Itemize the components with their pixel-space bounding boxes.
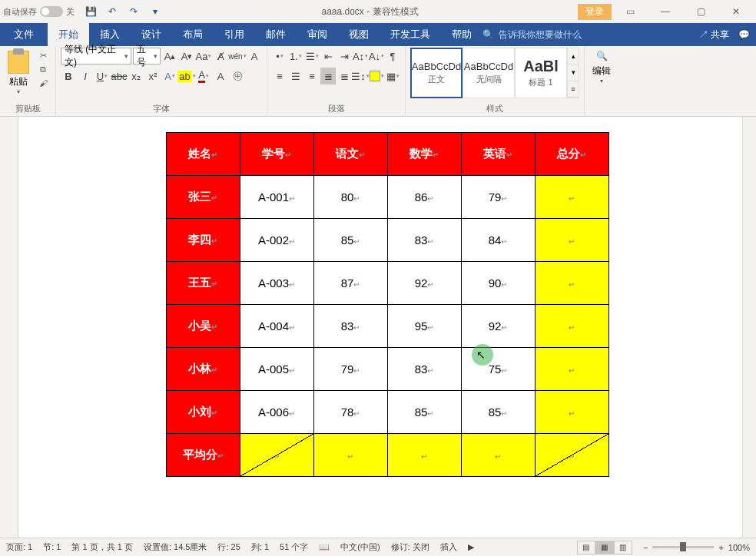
total-cell[interactable]: ↵ [535,348,608,391]
undo-icon[interactable]: ↶ [105,5,119,18]
comments-icon[interactable]: 💬 [738,29,750,40]
styles-more[interactable]: ▴ ▾ ≡ [567,48,579,98]
vertical-ruler[interactable] [0,117,18,538]
strikethrough-icon[interactable]: abc [111,68,127,84]
status-page-of[interactable]: 第 1 页，共 1 页 [71,541,132,553]
qat-dropdown-icon[interactable]: ▾ [148,5,162,18]
superscript-icon[interactable]: x² [145,68,161,84]
name-cell[interactable]: 王五↵ [166,262,240,305]
status-page[interactable]: 页面: 1 [6,541,32,553]
tab-mailings[interactable]: 邮件 [255,23,297,46]
chinese-cell[interactable]: 83↵ [313,305,387,348]
header-total[interactable]: 总分↵ [535,133,608,176]
name-cell[interactable]: 李四↵ [166,219,240,262]
redo-icon[interactable]: ↷ [127,5,141,18]
table-header-row[interactable]: 姓名↵ 学号↵ 语文↵ 数学↵ 英语↵ 总分↵ [166,133,608,176]
format-painter-icon[interactable]: 🖌 [37,77,49,89]
status-lang[interactable]: 中文(中国) [340,541,380,553]
total-cell[interactable]: ↵ [535,176,608,219]
align-center-icon[interactable]: ☰ [288,68,303,84]
ribbon-display-icon[interactable]: ▭ [613,1,647,22]
zoom-out-icon[interactable]: − [643,543,648,552]
toggle-switch[interactable] [40,6,63,17]
tab-review[interactable]: 审阅 [297,23,338,46]
scroll-down-icon[interactable]: ▾ [568,65,579,81]
status-track[interactable]: 修订: 关闭 [391,541,429,553]
style-no-spacing[interactable]: AaBbCcDd 无间隔 [463,48,515,98]
view-print-icon[interactable]: ▦ [595,541,614,554]
phonetic-guide-icon[interactable]: wén [230,48,245,65]
change-case-icon[interactable]: Aa [196,48,211,65]
total-cell[interactable]: ↵ [535,262,608,305]
table-row[interactable]: 小刘↵A-006↵78↵85↵85↵↵ [166,391,608,434]
english-cell[interactable]: 92↵ [461,305,535,348]
minimize-icon[interactable]: — [648,1,682,22]
english-cell[interactable]: 79↵ [461,176,535,219]
english-cell[interactable]: 84↵ [461,219,535,262]
status-insert[interactable]: 插入 [440,541,457,553]
english-cell[interactable]: 75↵ [461,348,535,391]
zoom-value[interactable]: 100% [728,543,750,552]
style-normal[interactable]: AaBbCcDd 正文 [410,48,463,98]
borders-icon[interactable]: ▦ [385,68,400,84]
header-id[interactable]: 学号↵ [240,133,313,176]
zoom-in-icon[interactable]: + [718,543,723,552]
header-english[interactable]: 英语↵ [461,133,535,176]
status-at[interactable]: 设置值: 14.5厘米 [144,541,207,553]
table-avg-row[interactable]: 平均分↵ ↵ ↵ ↵ ↵ ↵ [166,434,608,477]
paste-button[interactable]: 粘贴 ▾ [5,48,32,98]
style-heading1[interactable]: AaBl 标题 1 [515,48,567,98]
save-icon[interactable]: 💾 [84,5,98,18]
english-cell[interactable]: 85↵ [461,391,535,434]
underline-icon[interactable]: U [94,68,110,84]
english-cell[interactable]: 90↵ [461,262,535,305]
line-spacing-icon[interactable]: ☰↕ [353,68,368,84]
find-button[interactable]: 🔍 编辑 ▾ [589,48,614,88]
chinese-cell[interactable]: 78↵ [313,391,387,434]
chinese-cell[interactable]: 85↵ [313,219,387,262]
font-name-combo[interactable]: 等线 (中文正文) [61,48,131,65]
table-row[interactable]: 小吴↵A-004↵83↵95↵92↵↵ [166,305,608,348]
grow-font-icon[interactable]: A▴ [162,48,177,65]
total-cell[interactable]: ↵ [535,219,608,262]
name-cell[interactable]: 小林↵ [166,348,240,391]
avg-chinese-cell[interactable]: ↵ [313,434,387,477]
tab-layout[interactable]: 布局 [172,23,214,46]
status-words[interactable]: 51 个字 [280,541,308,553]
align-right-icon[interactable]: ≡ [304,68,320,84]
status-spellcheck-icon[interactable]: 📖 [319,542,330,552]
tab-help[interactable]: 帮助 [441,23,482,46]
table-row[interactable]: 张三↵A-001↵80↵86↵79↵↵ [166,176,608,219]
id-cell[interactable]: A-004↵ [240,305,313,348]
align-justify-icon[interactable]: ≣ [320,68,336,84]
char-shading-icon[interactable]: A [213,68,228,84]
name-cell[interactable]: 张三↵ [166,176,240,219]
status-col[interactable]: 列: 1 [251,541,269,553]
close-icon[interactable]: ✕ [719,1,753,22]
autosave-toggle[interactable]: 自动保存 关 [3,6,75,18]
chinese-cell[interactable]: 87↵ [313,262,387,305]
status-line[interactable]: 行: 25 [217,541,240,553]
id-cell[interactable]: A-002↵ [240,219,313,262]
math-cell[interactable]: 83↵ [387,219,461,262]
id-cell[interactable]: A-003↵ [240,262,313,305]
enclose-char-icon[interactable]: ㊥ [230,68,245,84]
zoom-slider[interactable] [652,546,714,548]
subscript-icon[interactable]: x₂ [128,68,144,84]
char-border-icon[interactable]: A [247,48,262,65]
id-cell[interactable]: A-005↵ [240,348,313,391]
login-button[interactable]: 登录 [578,4,612,20]
text-effects-icon[interactable]: A [162,68,177,84]
view-web-icon[interactable]: ▥ [614,541,632,554]
shrink-font-icon[interactable]: A▾ [179,48,194,65]
increase-indent-icon[interactable]: ⇥ [337,48,352,65]
shading-icon[interactable] [369,68,384,84]
copy-icon[interactable]: ⧉ [37,63,49,75]
tab-references[interactable]: 引用 [214,23,255,46]
math-cell[interactable]: 85↵ [387,391,461,434]
scroll-up-icon[interactable]: ▴ [568,48,579,65]
bullets-icon[interactable]: • [272,48,287,65]
math-cell[interactable]: 83↵ [387,348,461,391]
tab-developer[interactable]: 开发工具 [380,23,441,46]
data-table[interactable]: 姓名↵ 学号↵ 语文↵ 数学↵ 英语↵ 总分↵ 张三↵A-001↵80↵86↵7… [166,132,609,477]
